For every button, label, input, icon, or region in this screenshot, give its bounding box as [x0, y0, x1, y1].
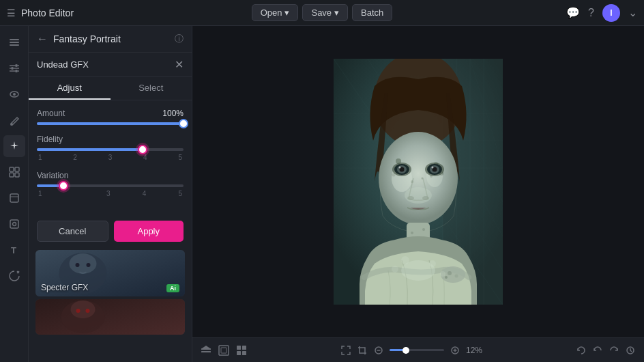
svg-point-4 [15, 64, 18, 67]
action-buttons: Cancel Apply [29, 215, 192, 247]
svg-point-77 [448, 271, 452, 275]
svg-point-5 [15, 70, 18, 72]
amount-value: 100% [162, 109, 184, 118]
zoom-value: 12% [466, 346, 482, 355]
svg-point-82 [429, 260, 436, 267]
svg-rect-1 [10, 42, 19, 43]
svg-point-13 [13, 93, 16, 96]
info-icon[interactable]: ⓘ [175, 33, 184, 45]
topbar-right: 💬 ? I ⌄ [392, 4, 637, 22]
svg-point-25 [70, 253, 97, 274]
cancel-button[interactable]: Cancel [37, 221, 108, 242]
sidebar-tool-text[interactable]: T [3, 239, 25, 261]
svg-rect-20 [10, 220, 18, 228]
svg-point-32 [86, 309, 90, 313]
svg-point-71 [422, 196, 429, 200]
sidebar-tool-eye[interactable] [3, 83, 25, 105]
svg-point-78 [455, 275, 458, 278]
sidebar-tool-magic[interactable] [3, 135, 25, 157]
sliders-section: Amount 100% Fidelity 1 [29, 100, 192, 215]
layers-bottom-icon[interactable] [201, 345, 211, 356]
sidebar-tool-layers[interactable] [3, 31, 25, 53]
svg-point-79 [445, 276, 448, 279]
save-button[interactable]: Save ▾ [302, 4, 348, 21]
svg-rect-16 [15, 167, 19, 171]
grid-icon[interactable] [236, 345, 247, 356]
topbar: ☰ Photo Editor Open ▾ Save ▾ Batch 💬 ? I… [0, 0, 644, 26]
svg-rect-86 [201, 351, 211, 352]
panel-title: Fantasy Portrait [53, 33, 169, 44]
redo-icon[interactable] [609, 345, 619, 356]
back-button[interactable]: ← [37, 33, 48, 45]
amount-track [37, 122, 184, 125]
preset-second[interactable] [35, 299, 185, 335]
variation-ticks: 1 3 4 5 [37, 190, 184, 197]
svg-rect-15 [10, 167, 14, 171]
avatar[interactable]: I [602, 4, 620, 22]
variation-slider-row: Variation 1 3 4 5 [37, 171, 184, 197]
preset-specter-ai-badge: Ai [166, 284, 179, 292]
open-button[interactable]: Open ▾ [252, 4, 299, 21]
preset-specter-gfx[interactable]: Specter GFX Ai [35, 250, 185, 296]
svg-rect-18 [15, 173, 19, 177]
variation-label: Variation [37, 171, 68, 180]
svg-point-21 [12, 223, 16, 226]
svg-point-30 [71, 301, 96, 318]
svg-rect-28 [35, 299, 185, 335]
zoom-out-icon[interactable] [373, 345, 384, 356]
hamburger-icon[interactable]: ☰ [7, 8, 16, 18]
main-content: T ← Fantasy Portrait ⓘ Undead GFX ✕ Adju… [0, 26, 644, 362]
sidebar-tool-sticker[interactable] [3, 265, 25, 287]
svg-point-81 [401, 256, 409, 264]
svg-point-31 [76, 309, 80, 313]
crop-icon[interactable] [357, 345, 368, 356]
open-chevron-icon: ▾ [284, 8, 289, 18]
sidebar-tool-effects[interactable] [3, 161, 25, 183]
variation-track [37, 184, 184, 187]
history-icon[interactable] [625, 345, 636, 356]
apply-button[interactable]: Apply [114, 221, 184, 242]
chat-icon[interactable]: 💬 [566, 6, 580, 19]
tab-adjust[interactable]: Adjust [29, 77, 111, 100]
close-gfx-button[interactable]: ✕ [175, 58, 184, 71]
svg-point-75 [422, 228, 425, 231]
effects-panel: ← Fantasy Portrait ⓘ Undead GFX ✕ Adjust… [29, 26, 192, 362]
canvas-viewport[interactable] [192, 26, 644, 337]
svg-rect-89 [221, 348, 226, 353]
sidebar-tool-brush[interactable] [3, 109, 25, 131]
svg-point-3 [11, 67, 14, 70]
bottom-left-tools [201, 345, 247, 356]
frame-icon[interactable] [218, 345, 229, 356]
tab-select[interactable]: Select [111, 77, 192, 100]
sidebar-tool-export[interactable] [3, 213, 25, 235]
sidebar-tool-objects[interactable] [3, 187, 25, 209]
svg-point-14 [10, 123, 13, 126]
svg-rect-92 [237, 351, 241, 355]
svg-marker-87 [202, 346, 210, 348]
sidebar-tool-adjustments[interactable] [3, 57, 25, 79]
batch-button[interactable]: Batch [352, 4, 392, 21]
help-icon[interactable]: ? [588, 7, 594, 19]
svg-rect-17 [10, 173, 14, 177]
svg-rect-88 [219, 346, 229, 355]
canvas-area: 12% [192, 26, 644, 362]
refresh-icon[interactable] [576, 345, 587, 356]
svg-rect-90 [237, 346, 241, 350]
svg-rect-2 [10, 44, 19, 46]
expand-icon[interactable]: ⌄ [628, 6, 637, 19]
fidelity-label: Fidelity [37, 135, 63, 144]
undo-icon[interactable] [592, 345, 603, 356]
panel-header: ← Fantasy Portrait ⓘ [29, 26, 192, 53]
topbar-center: Open ▾ Save ▾ Batch [252, 4, 393, 21]
zoom-in-icon[interactable] [450, 345, 460, 356]
fidelity-track [37, 148, 184, 151]
zoom-slider[interactable] [390, 349, 444, 351]
fit-screen-icon[interactable] [340, 345, 351, 356]
topbar-left: ☰ Photo Editor [7, 8, 252, 18]
svg-point-69 [432, 167, 434, 169]
bottom-right-tools [576, 345, 636, 356]
svg-point-64 [399, 167, 401, 169]
svg-text:T: T [11, 245, 16, 255]
save-chevron-icon: ▾ [334, 8, 339, 18]
canvas-image [334, 59, 503, 305]
